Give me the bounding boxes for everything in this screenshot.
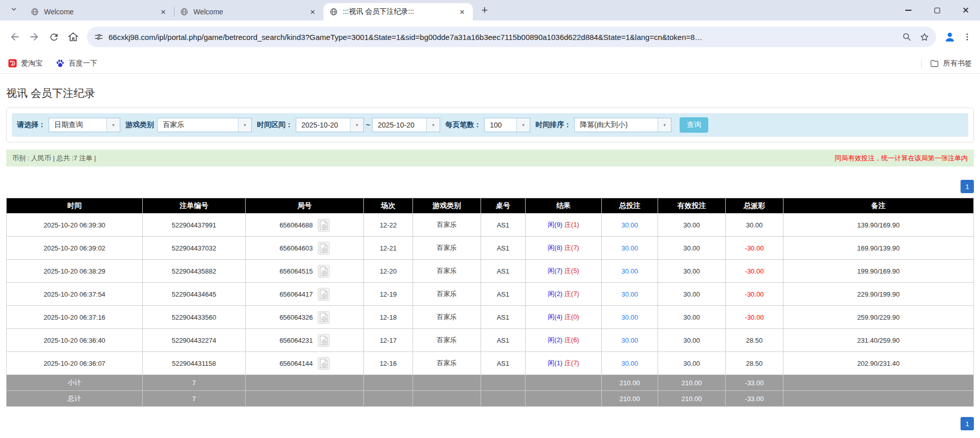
total-payout: -33.00	[726, 391, 783, 407]
chevron-down-icon	[10, 6, 17, 15]
tab-welcome-1[interactable]: Welcome ×	[25, 3, 174, 20]
date-from-select[interactable]: 2025-10-20 ▼	[296, 118, 364, 132]
subtotal-valid-bet: 210.00	[658, 375, 726, 391]
sort-order-value: 降冪(由大到小)	[575, 120, 658, 130]
time-cell: 2025-10-20 06:39:30	[7, 214, 143, 237]
video-replay-icon[interactable]	[318, 357, 330, 370]
result-cell: 闲(1) 庄(7)	[526, 352, 602, 375]
currency-summary: 币别 : 人民币 | 总共 :7 注单 |	[12, 154, 96, 163]
round-id-cell: 656064144	[246, 352, 364, 375]
col-bet-id: 注单编号	[143, 198, 246, 214]
total-bet-link[interactable]: 30.00	[621, 244, 638, 252]
game-type-cell: 百家乐	[413, 306, 481, 329]
minimize-icon	[905, 10, 911, 11]
total-bet-cell: 30.00	[602, 260, 658, 283]
total-bet-link[interactable]: 30.00	[621, 221, 638, 229]
total-bet-link[interactable]: 30.00	[621, 360, 638, 367]
all-bookmarks-label: 所有书签	[943, 59, 972, 68]
total-bet-link[interactable]: 30.00	[621, 337, 638, 344]
table-no-cell: AS1	[481, 352, 526, 375]
address-bar[interactable]: 66cxkj98.com/ipl/portal.php/game/betreco…	[87, 27, 936, 47]
result-banker: 庄(1)	[564, 221, 579, 228]
total-count: 7	[143, 391, 246, 407]
game-type-cell: 百家乐	[413, 237, 481, 260]
chevron-down-icon[interactable]: ▼	[238, 118, 251, 132]
note-cell: 199.90/169.90	[783, 260, 974, 283]
video-replay-icon[interactable]	[318, 334, 330, 347]
chevron-down-icon[interactable]: ▼	[516, 118, 530, 132]
date-from-value: 2025-10-20	[296, 121, 350, 129]
payout-cell: -30.00	[726, 283, 783, 306]
maximize-button[interactable]	[923, 0, 951, 20]
bookmark-aitaobao[interactable]: 爱淘宝	[8, 59, 42, 68]
payout-value: 30.00	[746, 221, 763, 229]
close-icon[interactable]: ×	[308, 7, 317, 16]
video-replay-icon[interactable]	[318, 242, 330, 255]
zoom-icon[interactable]	[898, 28, 916, 46]
tab-welcome-2[interactable]: Welcome ×	[174, 3, 323, 20]
chevron-down-icon[interactable]: ▼	[350, 118, 363, 132]
col-note: 备注	[783, 198, 974, 214]
video-replay-icon[interactable]	[318, 311, 330, 324]
close-window-button[interactable]: ✕	[951, 0, 980, 20]
pagination-bottom: 1	[6, 417, 974, 430]
back-button[interactable]	[5, 27, 25, 47]
tab-search-button[interactable]	[6, 3, 21, 18]
pagination-top: 1	[6, 180, 974, 193]
minimize-button[interactable]	[894, 0, 923, 20]
session-cell: 12-20	[364, 260, 413, 283]
kebab-menu-icon	[963, 32, 972, 41]
video-replay-icon[interactable]	[318, 219, 330, 232]
tab-betrecord-active[interactable]: :::视讯 会员下注纪录::: ×	[323, 3, 473, 20]
col-payout: 总派彩	[726, 198, 783, 214]
game-type-label: 游戏类别	[125, 120, 154, 130]
browser-menu-button[interactable]	[960, 27, 975, 47]
page-1-button[interactable]: 1	[961, 180, 974, 193]
page-size-select[interactable]: 100 ▼	[484, 118, 530, 132]
date-range-label: 时间区间：	[257, 120, 293, 130]
all-bookmarks-button[interactable]: 所有书签	[921, 59, 972, 68]
sort-order-select[interactable]: 降冪(由大到小) ▼	[574, 118, 671, 132]
payout-cell: -30.00	[726, 237, 783, 260]
game-type-cell: 百家乐	[413, 283, 481, 306]
profile-avatar[interactable]	[940, 27, 960, 47]
total-label: 总计	[7, 391, 143, 407]
close-icon[interactable]: ×	[458, 7, 467, 16]
round-id: 656064231	[279, 337, 313, 344]
maximize-icon	[934, 8, 940, 13]
site-settings-icon[interactable]	[94, 32, 103, 41]
note-cell: 231.40/259.90	[783, 329, 974, 352]
video-replay-icon[interactable]	[318, 265, 330, 278]
chevron-down-icon[interactable]: ▼	[426, 118, 440, 132]
bet-id-cell: 522904434645	[143, 283, 246, 306]
chevron-down-icon[interactable]: ▼	[658, 118, 671, 132]
close-icon[interactable]: ×	[159, 7, 168, 16]
new-tab-button[interactable]: +	[477, 3, 492, 18]
query-type-select[interactable]: 日期查询 ▼	[49, 118, 120, 132]
page-1-button[interactable]: 1	[961, 417, 974, 430]
note-cell: 202.90/231.40	[783, 352, 974, 375]
table-row: 2025-10-20 06:37:54 522904434645 6560644…	[7, 283, 974, 306]
video-replay-icon[interactable]	[318, 288, 330, 301]
search-button[interactable]: 查询	[680, 117, 708, 133]
bookmark-star-icon[interactable]	[916, 28, 933, 46]
chevron-down-icon[interactable]: ▼	[106, 118, 120, 132]
total-bet-link[interactable]: 30.00	[621, 314, 638, 321]
bet-id-cell: 522904431158	[143, 352, 246, 375]
bet-record-table: 时间 注单编号 局号 场次 游戏类别 桌号 结果 总投注 有效投注 总派彩 备注…	[6, 198, 974, 407]
folder-icon	[930, 59, 939, 68]
forward-button[interactable]	[25, 27, 44, 47]
total-bet-link[interactable]: 30.00	[621, 290, 638, 298]
table-no-cell: AS1	[481, 329, 526, 352]
home-button[interactable]	[63, 27, 83, 47]
result-player: 闲(8)	[548, 244, 562, 252]
total-bet-link[interactable]: 30.00	[621, 267, 638, 275]
reload-button[interactable]	[44, 27, 63, 47]
date-to-select[interactable]: 2025-10-20 ▼	[372, 118, 440, 132]
game-type-select[interactable]: 百家乐 ▼	[157, 118, 252, 132]
filter-bar: 请选择： 日期查询 ▼ 游戏类别 百家乐 ▼ 时间区间： 2025-10-20 …	[12, 113, 968, 137]
bookmark-baidu[interactable]: 百度一下	[56, 59, 97, 68]
table-body: 2025-10-20 06:39:30 522904437991 6560646…	[7, 214, 974, 375]
round-id-cell: 656064603	[246, 237, 364, 260]
result-banker: 庄(5)	[564, 267, 579, 275]
